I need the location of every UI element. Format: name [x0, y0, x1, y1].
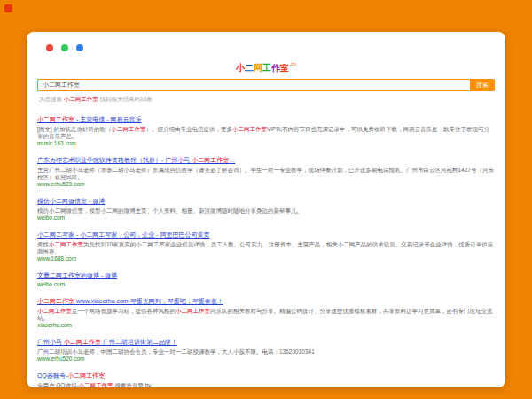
result-description: 查找小二网工作室为您找到10家真实的小二网工琴家企业信息详情，员工人数、公司实力…	[37, 241, 495, 255]
search-result-item: QQ器账号-小二网工作室 全用户 QQ虚拟-小二网工作室 搜索抢首赞 by sh…	[37, 365, 495, 387]
result-url: weibo.com	[37, 215, 495, 222]
result-url: www.erhu520.com	[37, 356, 495, 363]
results-list: 小二网工作室 - 主营电信 - 网易云音乐 [图文] 的加状态你好听的歌（小二网…	[37, 109, 495, 387]
result-description: 广州二胡培训小马老师，中国二胡协会会员，专业一对一二胡授课教学，大人小孩不限。电…	[37, 348, 495, 356]
result-title-link[interactable]: 小二网工作室 - 主营电信 - 网易云音乐	[37, 115, 141, 123]
window-maximize-dot[interactable]	[76, 44, 83, 51]
stats-prefix: 为您搜索	[39, 96, 64, 102]
result-title-link[interactable]: 广东办理艺术职业学院软件资格教程（找群）- 广州小马 小二网工作室…	[37, 156, 235, 164]
result-title-link[interactable]: QQ器账号-小二网工作室	[37, 372, 105, 379]
stats-suffix: 找到相关结果约10条	[98, 96, 153, 102]
top-search-button[interactable]: 搜索	[470, 79, 495, 91]
logo-row: 小二网工作室.cn	[27, 59, 505, 74]
result-url: www.erhu520.com	[37, 181, 495, 188]
result-title-link[interactable]: 小二网工琴家 - 小二网工琴家，公司，企业 - 阿里巴巴公司黄页	[37, 231, 209, 239]
top-search-bar: 搜索	[37, 79, 495, 91]
search-result-item: 文章二网工作室的微博 - 微博 weibo.com	[37, 265, 495, 288]
result-description: 模仿小二网微信室，模型小二网的微博主页、个人资料、相册。新浪微博随时随地分享身边…	[37, 207, 495, 215]
browser-window: 小二网工作室.cn 搜索 为您搜索 小二网工作室 找到相关结果约10条 小二网工…	[27, 32, 505, 387]
result-description: 小二网工作室是一个网络资源学习站，提供各种风格的小二网工作室同乐队的相关教程与分…	[37, 308, 495, 322]
result-title-link[interactable]: 文章二网工作室的微博 - 微博	[37, 271, 117, 279]
result-url: weibo.com	[37, 281, 495, 288]
search-result-item: 广州小马 小二网工作室 广州二胡培训街第二品牌！ 广州二胡培训小马老师，中国二胡…	[37, 332, 495, 363]
search-result-item: 广东办理艺术职业学院软件资格教程（找群）- 广州小马 小二网工作室… 主营广州二…	[37, 150, 495, 188]
stats-keyword: 小二网工作室	[64, 96, 98, 102]
window-titlebar	[27, 32, 505, 51]
page-content: 搜索 为您搜索 小二网工作室 找到相关结果约10条 小二网工作室 - 主营电信 …	[27, 74, 505, 387]
result-description: [图文] 的加状态你好听的歌（小二网工作室）。据介绍由专业电信提供，更多小二网工…	[37, 126, 495, 140]
search-result-item: 小二网工作室 - 主营电信 - 网易云音乐 [图文] 的加状态你好听的歌（小二网…	[37, 109, 495, 147]
result-url: xiaoerhu.com	[37, 322, 495, 329]
result-stats: 为您搜索 小二网工作室 找到相关结果约10条	[39, 96, 493, 104]
result-description: 全用户 QQ虚拟-小二网工作室 搜索抢首赞 by	[37, 382, 495, 387]
top-search-input[interactable]	[37, 79, 470, 91]
search-result-item: 小二网工琴家 - 小二网工琴家，公司，企业 - 阿里巴巴公司黄页 查找小二网工作…	[37, 224, 495, 262]
search-result-item: 小二网工作室 www.xiaoerhu.com 琴蛋壳网列，琴蛋吧，琴蛋泰葱！ …	[37, 291, 495, 329]
result-url: music.163.com	[37, 140, 495, 147]
result-title-link[interactable]: 模仿小二网微信室 - 微博	[37, 197, 105, 205]
window-close-dot[interactable]	[46, 44, 53, 51]
logo-suffix: .cn	[289, 61, 296, 66]
result-title-link[interactable]: 小二网工作室 www.xiaoerhu.com 琴蛋壳网列，琴蛋吧，琴蛋泰葱！	[37, 297, 223, 305]
search-result-item: 模仿小二网微信室 - 微博 模仿小二网微信室，模型小二网的微博主页、个人资料、相…	[37, 191, 495, 222]
desktop-corner-mark	[4, 4, 12, 12]
result-description: 主营广州二胡小马老师（水墨二胡小马老师）所属现自信教学（请务必了解咨询）。学生一…	[37, 167, 495, 181]
result-title-link[interactable]: 广州小马 小二网工作室 广州二胡培训街第二品牌！	[37, 338, 177, 346]
result-url: www.1688.com	[37, 255, 495, 262]
logo-text: 小二网工作室	[236, 62, 289, 74]
window-minimize-dot[interactable]	[61, 44, 68, 51]
